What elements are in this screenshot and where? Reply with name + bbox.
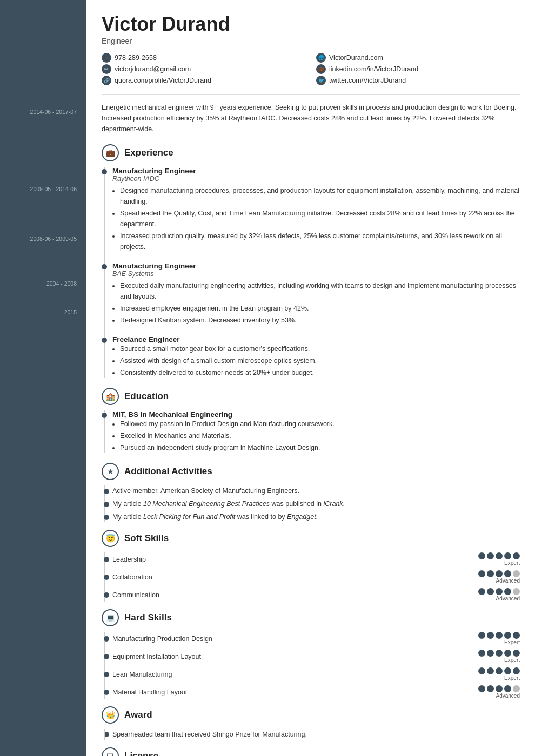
skill-dots (478, 685, 520, 692)
skill-dot (504, 570, 511, 577)
education-timeline: MIT, BS in Mechanical Engineering Follow… (102, 410, 520, 453)
activity-item: My article 10 Mechanical Engineering Bes… (112, 498, 520, 509)
edu-bullet-list: Followed my passion in Product Design an… (112, 418, 520, 453)
skill-level: Expert (504, 675, 520, 681)
experience-timeline: Manufacturing Engineer Raytheon IADC Des… (102, 167, 520, 378)
skill-dots (478, 552, 520, 559)
skill-dot (504, 685, 511, 692)
education-header: 🏫 Education (102, 388, 520, 405)
main-content: Victor Durand Engineer 📞978-289-2658🌐Vic… (86, 0, 535, 756)
quora-icon: 🔗 (102, 76, 111, 85)
bullet: Sourced a small motor gear box for a cus… (120, 343, 520, 354)
star-icon: ★ (102, 463, 119, 480)
contact-text: linkedin.com/in/VictorJDurand (329, 65, 418, 73)
contact-text: victorjdurand@gmail.com (115, 65, 191, 73)
skill-row: Manufacturing Production Design Expert (102, 632, 520, 645)
skill-dot (496, 552, 503, 559)
soft-skills-section: 😇 Soft Skills Leadership Expert Collabor… (102, 530, 520, 602)
activity-item: Active member, American Society of Manuf… (112, 485, 520, 496)
skill-dot (487, 588, 494, 595)
skill-dot (496, 667, 503, 674)
experience-title: Experience (124, 147, 173, 158)
award-header: 👑 Award (102, 706, 520, 724)
skill-dot (513, 588, 520, 595)
skill-name: Leadership (112, 556, 466, 563)
skill-dot (504, 632, 511, 639)
skill-level: Expert (504, 560, 520, 566)
skill-dot (496, 685, 503, 692)
award-title: Award (124, 710, 152, 720)
skill-row: Lean Manufacturing Expert (102, 667, 520, 681)
license-title: License (124, 751, 158, 756)
contact-item: 🌐VictorDurand.com (316, 53, 520, 63)
skill-dot (496, 632, 503, 639)
hard-skills-title: Hard Skills (124, 612, 172, 623)
skill-dot (496, 570, 503, 577)
skill-level: Advanced (496, 578, 520, 584)
skill-dots-wrap: Expert (466, 632, 520, 645)
bullet-list: Designed manufacturing procedures, proce… (112, 185, 520, 252)
skill-dot (504, 650, 511, 657)
skill-level: Expert (504, 657, 520, 663)
skill-dot (478, 570, 485, 577)
smiley-icon: 😇 (102, 530, 119, 547)
skill-dot (478, 667, 485, 674)
skill-dot (513, 650, 520, 657)
skill-dot (504, 552, 511, 559)
contact-item: 📞978-289-2658 (102, 53, 305, 63)
web-icon: 🌐 (316, 53, 326, 63)
bullet: Designed manufacturing procedures, proce… (120, 185, 520, 207)
sidebar-date: 2014-06 - 2017-07 (0, 108, 86, 120)
skill-level: Advanced (496, 693, 520, 699)
skill-dot (513, 632, 520, 639)
skill-row: Communication Advanced (102, 588, 520, 602)
timeline-dot (102, 169, 107, 174)
timeline-dot (102, 338, 107, 343)
skill-name: Equipment Installation Layout (112, 653, 466, 660)
skill-dot (487, 570, 494, 577)
experience-section: 💼 Experience Manufacturing Engineer Rayt… (102, 144, 520, 378)
skill-row: Collaboration Advanced (102, 570, 520, 584)
monitor-icon: 💻 (102, 609, 119, 626)
timeline-dot (102, 264, 107, 269)
resume-page: 2014-06 - 2017-072009-05 - 2014-062008-0… (0, 0, 535, 756)
phone-icon: 📞 (102, 53, 111, 63)
edu-bullet: Followed my passion in Product Design an… (120, 418, 520, 429)
skill-name: Lean Manufacturing (112, 671, 466, 678)
soft-skills-list: Leadership Expert Collaboration Advanced… (102, 552, 520, 602)
contact-text: 978-289-2658 (115, 54, 157, 62)
skill-row: Material Handling Layout Advanced (102, 685, 520, 699)
skill-dots-wrap: Advanced (466, 570, 520, 584)
soft-skills-header: 😇 Soft Skills (102, 530, 520, 547)
job-title: Freelance Engineer (112, 335, 520, 343)
skill-dots (478, 667, 520, 674)
job-title: Manufacturing Engineer (112, 262, 520, 270)
graduation-icon: 🏫 (102, 388, 119, 405)
contact-text: quora.com/profile/VictorJDurand (115, 77, 211, 84)
skill-dots (478, 570, 520, 577)
header: Victor Durand Engineer (102, 13, 520, 45)
contact-item: 💼linkedin.com/in/VictorJDurand (316, 64, 520, 74)
award-section: 👑 Award Spearheaded team that received S… (102, 706, 520, 740)
skill-dot (504, 667, 511, 674)
skill-name: Communication (112, 591, 466, 599)
skill-dot (487, 632, 494, 639)
contact-text: VictorDurand.com (329, 54, 383, 62)
bullet-list: Executed daily manufacturing engineering… (112, 280, 520, 326)
skill-dot (504, 588, 511, 595)
timeline-item: Manufacturing Engineer Raytheon IADC Des… (112, 167, 520, 252)
sidebar: 2014-06 - 2017-072009-05 - 2014-062008-0… (0, 0, 86, 756)
contact-item: 🔗quora.com/profile/VictorJDurand (102, 76, 305, 85)
job-title: Manufacturing Engineer (112, 167, 520, 175)
license-header: 🛡 License (102, 747, 520, 756)
skill-dot (478, 650, 485, 657)
skill-dots (478, 588, 520, 595)
education-section: 🏫 Education MIT, BS in Mechanical Engine… (102, 388, 520, 453)
skill-level: Expert (504, 639, 520, 645)
skill-dots-wrap: Expert (466, 650, 520, 663)
skill-dots-wrap: Expert (466, 667, 520, 681)
award-item: Spearheaded team that received Shingo Pr… (102, 729, 520, 740)
job-company: Raytheon IADC (112, 175, 520, 183)
hard-skills-list: Manufacturing Production Design Expert E… (102, 632, 520, 699)
skill-dots-wrap: Expert (466, 552, 520, 566)
